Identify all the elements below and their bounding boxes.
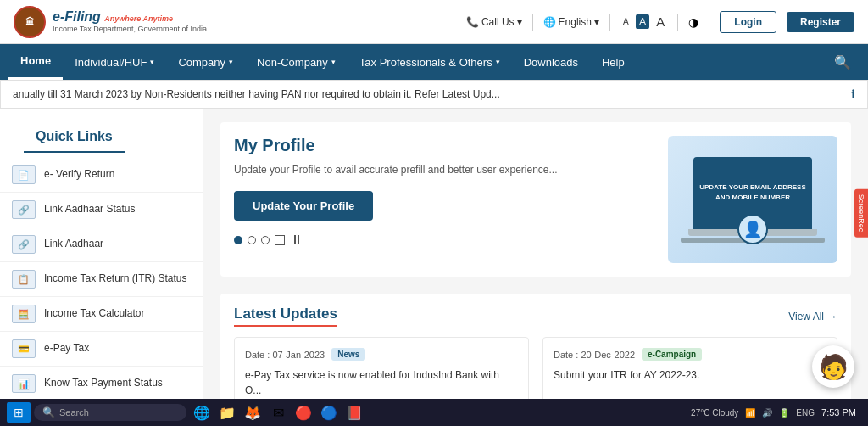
logo-title: e-Filing Anywhere Anytime bbox=[53, 9, 207, 25]
font-large-btn[interactable]: A bbox=[654, 14, 667, 30]
nav-tax-arrow: ▾ bbox=[496, 58, 500, 66]
person-avatar: 👤 bbox=[737, 214, 768, 244]
nav-individual-arrow: ▾ bbox=[150, 58, 154, 66]
card-1-text: e-Pay Tax service is now enabled for Ind… bbox=[245, 367, 518, 398]
divider-4 bbox=[709, 14, 709, 31]
carousel-dot-3[interactable] bbox=[261, 236, 270, 244]
header-right: 📞 Call Us ▾ 🌐 English ▾ A A A ◑ Login Re… bbox=[466, 11, 854, 33]
tax-calculator-label: Income Tax Calculator bbox=[44, 307, 145, 321]
contrast-btn[interactable]: ◑ bbox=[688, 15, 698, 29]
taskbar-volume-icon: 🔊 bbox=[762, 408, 772, 418]
tax-calculator-icon: 🧮 bbox=[12, 305, 36, 323]
nav-non-company-arrow: ▾ bbox=[331, 58, 336, 66]
link-aadhaar-label: Link Aadhaar bbox=[44, 238, 103, 251]
logo-emblem: 🏛 bbox=[14, 6, 46, 38]
profile-title: My Profile bbox=[234, 136, 651, 155]
view-all-arrow: → bbox=[827, 311, 837, 322]
taskbar: ⊞ 🔍 Search 🌐 📁 🦊 ✉ 🔴 🔵 📕 27°C Cloudy 📶 🔊… bbox=[0, 399, 868, 426]
start-button[interactable]: ⊞ bbox=[7, 402, 31, 423]
screenrec-badge[interactable]: ScreenRec bbox=[854, 189, 868, 238]
taskbar-app-acrobat[interactable]: 📕 bbox=[342, 401, 366, 424]
carousel-dot-5[interactable]: ⏸ bbox=[290, 233, 303, 248]
profile-section: My Profile Update your Profile to avail … bbox=[220, 122, 851, 277]
language-label: English bbox=[559, 16, 592, 28]
view-all-link[interactable]: View All → bbox=[788, 311, 837, 322]
itr-status-icon: 📋 bbox=[12, 270, 36, 289]
content-area: My Profile Update your Profile to avail … bbox=[203, 109, 868, 424]
nav-downloads[interactable]: Downloads bbox=[512, 44, 590, 80]
nav-tax-professionals[interactable]: Tax Professionals & Others ▾ bbox=[348, 44, 512, 80]
font-controls: A A A bbox=[620, 14, 667, 30]
link-aadhaar-status-label: Link Aadhaar Status bbox=[44, 203, 135, 216]
carousel-dot-2[interactable] bbox=[248, 236, 256, 244]
taskbar-app-chrome[interactable]: 🌐 bbox=[190, 401, 214, 424]
nav-non-company[interactable]: Non-Company ▾ bbox=[245, 44, 348, 80]
logo-tagline: Anywhere Anytime bbox=[104, 14, 173, 23]
card-2-date-row: Date : 20-Dec-2022 e-Campaign bbox=[554, 348, 826, 361]
know-payment-icon: 📊 bbox=[12, 374, 36, 393]
taskbar-app-files[interactable]: 📁 bbox=[215, 401, 239, 424]
nav-search-icon[interactable]: 🔍 bbox=[826, 48, 860, 77]
carousel-dot-4[interactable] bbox=[275, 235, 285, 245]
main-content: Quick Links 📄 e- Verify Return 🔗 Link Aa… bbox=[0, 109, 868, 424]
chat-bubble[interactable]: 🧑 bbox=[812, 345, 854, 388]
language-link[interactable]: 🌐 English ▾ bbox=[543, 16, 599, 28]
sidebar-title: Quick Links bbox=[24, 117, 125, 153]
call-us-arrow: ▾ bbox=[517, 16, 522, 28]
logo-subtitle: Income Tax Department, Government of Ind… bbox=[53, 25, 207, 35]
updates-header: Latest Updates View All → bbox=[234, 305, 837, 327]
logo-text: e-Filing Anywhere Anytime Income Tax Dep… bbox=[53, 9, 207, 35]
taskbar-app-mail[interactable]: ✉ bbox=[266, 401, 290, 424]
taskbar-weather: 27°C Cloudy bbox=[691, 408, 738, 418]
card-1-badge: News bbox=[331, 348, 365, 361]
font-medium-btn[interactable]: A bbox=[636, 14, 650, 29]
taskbar-app-edge[interactable]: 🔵 bbox=[317, 401, 341, 424]
nav-company[interactable]: Company ▾ bbox=[166, 44, 245, 80]
sidebar-item-verify-return[interactable]: 📄 e- Verify Return bbox=[0, 158, 203, 193]
globe-icon: 🌐 bbox=[543, 16, 556, 28]
profile-image: UPDATE YOUR EMAIL ADDRESS AND MOBILE NUM… bbox=[668, 136, 837, 263]
taskbar-apps: 🌐 📁 🦊 ✉ 🔴 🔵 📕 bbox=[190, 401, 366, 424]
verify-return-label: e- Verify Return bbox=[44, 168, 114, 182]
nav-individual[interactable]: Individual/HUF ▾ bbox=[63, 44, 166, 80]
card-2-badge: e-Campaign bbox=[642, 348, 702, 361]
sidebar: Quick Links 📄 e- Verify Return 🔗 Link Aa… bbox=[0, 109, 203, 424]
call-us-link[interactable]: 📞 Call Us ▾ bbox=[466, 16, 522, 28]
sidebar-item-epay-tax[interactable]: 💳 e-Pay Tax bbox=[0, 332, 203, 367]
login-button[interactable]: Login bbox=[720, 11, 776, 33]
ticker-info-icon[interactable]: ℹ bbox=[851, 87, 855, 101]
language-arrow: ▾ bbox=[594, 16, 599, 28]
carousel-dot-1[interactable] bbox=[234, 236, 242, 244]
sidebar-item-link-aadhaar[interactable]: 🔗 Link Aadhaar bbox=[0, 227, 203, 262]
nav-home[interactable]: Home bbox=[8, 44, 63, 80]
register-button[interactable]: Register bbox=[787, 12, 854, 32]
taskbar-time: 7:53 PM bbox=[821, 407, 856, 418]
sidebar-title-wrapper: Quick Links bbox=[0, 109, 203, 158]
card-1-date-row: Date : 07-Jan-2023 News bbox=[245, 348, 518, 361]
header: 🏛 e-Filing Anywhere Anytime Income Tax D… bbox=[0, 0, 868, 44]
divider-3 bbox=[677, 14, 678, 31]
taskbar-app-firefox[interactable]: 🦊 bbox=[241, 401, 264, 424]
time-text: 7:53 PM bbox=[821, 407, 856, 418]
divider-2 bbox=[609, 14, 610, 31]
phone-icon: 📞 bbox=[466, 16, 479, 28]
taskbar-search[interactable]: 🔍 Search bbox=[34, 404, 186, 421]
update-profile-button[interactable]: Update Your Profile bbox=[234, 191, 373, 221]
call-us-label: Call Us bbox=[481, 16, 515, 28]
sidebar-item-know-payment[interactable]: 📊 Know Tax Payment Status bbox=[0, 367, 203, 401]
epay-tax-label: e-Pay Tax bbox=[44, 342, 89, 356]
profile-text: My Profile Update your Profile to avail … bbox=[234, 136, 651, 263]
card-2-text: Submit your ITR for AY 2022-23. bbox=[554, 367, 826, 383]
taskbar-app-red[interactable]: 🔴 bbox=[292, 401, 315, 424]
sidebar-item-link-aadhaar-status[interactable]: 🔗 Link Aadhaar Status bbox=[0, 193, 203, 227]
nav-help[interactable]: Help bbox=[590, 44, 637, 80]
taskbar-search-icon: 🔍 bbox=[42, 406, 55, 418]
profile-description: Update your Profile to avail accurate pr… bbox=[234, 162, 651, 177]
sidebar-item-tax-calculator[interactable]: 🧮 Income Tax Calculator bbox=[0, 297, 203, 332]
taskbar-search-label: Search bbox=[59, 407, 89, 418]
view-all-label: View All bbox=[788, 311, 824, 322]
font-small-btn[interactable]: A bbox=[620, 16, 632, 27]
card-2-date: Date : 20-Dec-2022 bbox=[554, 350, 635, 360]
sidebar-item-itr-status[interactable]: 📋 Income Tax Return (ITR) Status bbox=[0, 262, 203, 297]
laptop-screen-text: UPDATE YOUR EMAIL ADDRESS AND MOBILE NUM… bbox=[693, 177, 812, 208]
